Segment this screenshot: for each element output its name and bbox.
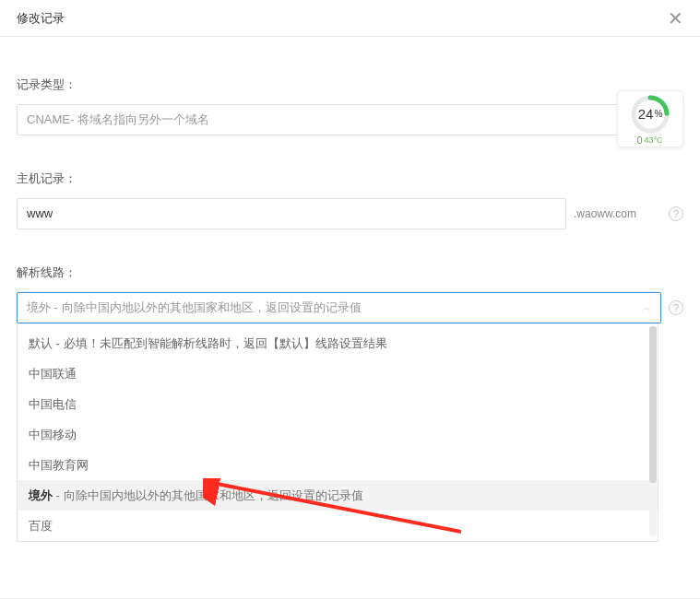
route-option-mobile[interactable]: 中国移动	[18, 419, 658, 450]
scrollbar-track[interactable]	[649, 326, 657, 536]
route-dropdown: 默认 - 必填！未匹配到智能解析线路时，返回【默认】线路设置结果 中国联通 中国…	[17, 324, 658, 542]
thermometer-icon	[637, 136, 642, 144]
route-option-default[interactable]: 默认 - 必填！未匹配到智能解析线路时，返回【默认】线路设置结果	[18, 328, 658, 358]
scrollbar-thumb[interactable]	[649, 326, 657, 483]
route-option-baidu[interactable]: 百度	[18, 511, 658, 541]
route-select-value: 境外 - 向除中国内地以外的其他国家和地区，返回设置的记录值	[27, 300, 362, 314]
record-type-value: CNAME- 将域名指向另外一个域名	[27, 112, 209, 126]
host-record-suffix: .waoww.com	[566, 207, 661, 220]
record-type-select[interactable]: CNAME- 将域名指向另外一个域名 ﹀	[17, 104, 683, 135]
host-record-row: www .waoww.com ?	[17, 198, 683, 229]
route-option-telecom[interactable]: 中国电信	[18, 389, 658, 419]
modal-title: 修改记录	[17, 10, 65, 27]
perf-percent-text: 24%	[630, 94, 670, 135]
route-dropdown-list: 默认 - 必填！未匹配到智能解析线路时，返回【默认】线路设置结果 中国联通 中国…	[18, 324, 658, 542]
perf-temp-value: 43°C	[644, 135, 662, 145]
help-icon[interactable]: ?	[669, 206, 683, 221]
route-select[interactable]: 境外 - 向除中国内地以外的其他国家和地区，返回设置的记录值 ︿	[17, 292, 661, 323]
route-label: 解析线路：	[17, 229, 683, 292]
route-option-unicom[interactable]: 中国联通	[18, 358, 658, 389]
field-route: 解析线路： 境外 - 向除中国内地以外的其他国家和地区，返回设置的记录值 ︿ ?…	[17, 229, 683, 323]
route-option-prefix: 境外	[29, 488, 53, 502]
host-record-label: 主机记录：	[17, 135, 683, 198]
field-record-type: 记录类型： CNAME- 将域名指向另外一个域名 ﹀	[17, 41, 683, 135]
field-host-record: 主机记录： www .waoww.com ?	[17, 135, 683, 229]
route-wrap: 境外 - 向除中国内地以外的其他国家和地区，返回设置的记录值 ︿ ? 默认 - …	[17, 292, 683, 323]
close-icon[interactable]: ✕	[668, 9, 683, 28]
modal-header: 修改记录 ✕	[0, 0, 700, 37]
perf-percent-value: 24	[638, 106, 654, 122]
record-type-label: 记录类型：	[17, 41, 683, 104]
route-option-bing[interactable]: 必应	[18, 541, 658, 542]
host-record-value: www	[27, 206, 53, 220]
perf-ring: 24%	[630, 94, 670, 135]
perf-percent-sign: %	[654, 109, 662, 119]
help-icon[interactable]: ?	[669, 300, 683, 315]
chevron-up-icon: ︿	[642, 293, 651, 323]
host-record-input[interactable]: www	[17, 198, 566, 229]
perf-widget: 24% 43°C	[617, 90, 683, 147]
perf-temp: 43°C	[637, 135, 662, 145]
modal-content: 记录类型： CNAME- 将域名指向另外一个域名 ﹀ 主机记录： www .wa…	[0, 37, 700, 323]
route-option-edu[interactable]: 中国教育网	[18, 450, 658, 480]
route-option-overseas[interactable]: 境外 - 向除中国内地以外的其他国家和地区，返回设置的记录值	[18, 480, 658, 511]
route-option-rest: - 向除中国内地以外的其他国家和地区，返回设置的记录值	[53, 488, 363, 502]
